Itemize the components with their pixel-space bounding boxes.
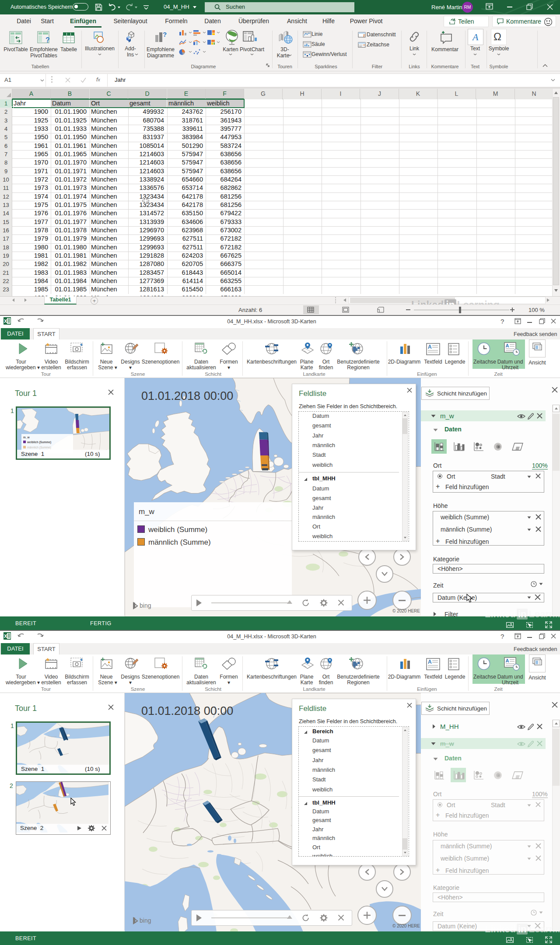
svg-text:?: ?	[163, 31, 167, 38]
svg-text:X: X	[4, 634, 7, 639]
svg-text:bing: bing	[140, 917, 151, 924]
svg-text:X: X	[4, 318, 7, 324]
svg-text:A: A	[428, 659, 432, 665]
svg-text:männlich (Summe): männlich (Summe)	[27, 446, 51, 449]
svg-text:weiblich (Summe): weiblich (Summe)	[27, 441, 51, 444]
svg-text:A: A	[506, 343, 509, 348]
svg-text:m_w: m_w	[23, 436, 30, 439]
svg-text:A: A	[428, 344, 432, 350]
svg-text:A: A	[506, 658, 509, 663]
svg-text:?: ?	[46, 36, 50, 44]
svg-text:bing: bing	[140, 602, 151, 609]
svg-text:A: A	[472, 32, 479, 42]
